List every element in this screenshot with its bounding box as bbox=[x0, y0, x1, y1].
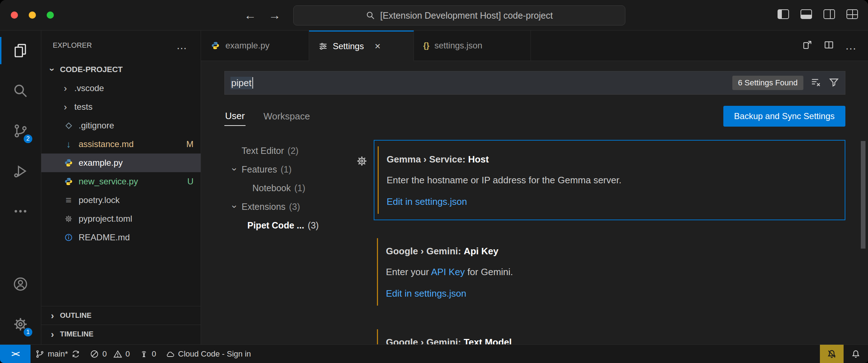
tab-settings-json[interactable]: {} settings.json bbox=[414, 30, 531, 61]
setting-name: Text Model bbox=[464, 337, 512, 344]
api-key-link[interactable]: API Key bbox=[431, 267, 465, 277]
timeline-label: TIMELINE bbox=[60, 330, 93, 338]
minimize-window-button[interactable] bbox=[29, 11, 36, 19]
editor-more-actions-icon[interactable]: … bbox=[845, 39, 857, 52]
toggle-secondary-sidebar-icon[interactable] bbox=[823, 9, 835, 19]
tab-label: Settings bbox=[333, 41, 364, 51]
tab-label: settings.json bbox=[434, 41, 482, 51]
python-file-icon bbox=[64, 177, 74, 186]
explorer-more-actions-icon[interactable]: … bbox=[176, 39, 188, 52]
split-editor-icon[interactable] bbox=[823, 39, 834, 52]
toc-item-text-editor[interactable]: Text Editor (2) bbox=[224, 141, 354, 160]
file-label: tests bbox=[74, 102, 93, 112]
explorer-icon[interactable] bbox=[0, 30, 41, 71]
status-bar: >< main* 0 0 0 Cloud Code - Sign in bbox=[0, 344, 868, 363]
tree-item-pyproject-toml[interactable]: pyproject.toml bbox=[41, 209, 201, 228]
cloud-code-item[interactable]: Cloud Code - Sign in bbox=[161, 345, 256, 363]
scm-badge: 2 bbox=[23, 134, 33, 144]
more-views-icon[interactable] bbox=[0, 191, 41, 231]
scope-tab-user[interactable]: User bbox=[224, 107, 246, 126]
activity-bar: 2 1 bbox=[0, 30, 41, 344]
timeline-section-header[interactable]: › TIMELINE bbox=[41, 325, 201, 343]
results-count-badge: 6 Settings Found bbox=[732, 76, 803, 90]
problems-item[interactable]: 0 0 bbox=[85, 345, 135, 363]
open-changes-icon[interactable] bbox=[802, 39, 813, 52]
zoom-window-button[interactable] bbox=[47, 11, 54, 19]
setting-gemma-service-host[interactable]: Gemma › Service: Host Enter the hostname… bbox=[374, 140, 845, 220]
markdown-file-icon: ↓ bbox=[64, 139, 74, 150]
search-icon bbox=[366, 11, 375, 20]
toc-item-extensions[interactable]: › Extensions (3) bbox=[224, 197, 354, 216]
tab-label: example.py bbox=[225, 41, 270, 51]
run-debug-icon[interactable] bbox=[0, 151, 41, 191]
remote-indicator[interactable]: >< bbox=[0, 345, 31, 363]
toggle-sidebar-icon[interactable] bbox=[778, 9, 789, 19]
edit-in-settings-json-link[interactable]: Edit in settings.json bbox=[386, 288, 466, 299]
setting-gear-icon[interactable] bbox=[356, 155, 368, 169]
window-title: [Extension Development Host] code-projec… bbox=[380, 10, 553, 21]
edit-in-settings-json-link[interactable]: Edit in settings.json bbox=[387, 196, 467, 207]
settings-list: Gemma › Service: Host Enter the hostname… bbox=[374, 140, 845, 344]
toc-item-features[interactable]: › Features (1) bbox=[224, 160, 354, 179]
tab-settings[interactable]: Settings × bbox=[309, 30, 414, 61]
toc-label: Pipet Code ... bbox=[247, 220, 304, 231]
tree-item-example-py[interactable]: example.py bbox=[41, 154, 201, 172]
tree-item-new-service-py[interactable]: new_service.py U bbox=[41, 172, 201, 191]
titlebar: ← → [Extension Development Host] code-pr… bbox=[0, 0, 868, 30]
backup-sync-settings-button[interactable]: Backup and Sync Settings bbox=[723, 106, 845, 127]
ports-item[interactable]: 0 bbox=[135, 345, 161, 363]
tree-item-gitignore[interactable]: .gitignore bbox=[41, 116, 201, 135]
file-label: new_service.py bbox=[79, 176, 138, 187]
setting-title: Gemma › Service: Host bbox=[387, 153, 834, 166]
close-tab-icon[interactable]: × bbox=[375, 41, 381, 52]
tree-item-poetry-lock[interactable]: ≡ poetry.lock bbox=[41, 191, 201, 209]
settings-search-input[interactable]: pipet 6 Settings Found bbox=[224, 71, 845, 95]
tree-item-tests[interactable]: › tests bbox=[41, 98, 201, 116]
toc-item-notebook[interactable]: Notebook (1) bbox=[224, 179, 354, 197]
outline-section-header[interactable]: › OUTLINE bbox=[41, 306, 201, 325]
setting-google-gemini-api-key[interactable]: Google › Gemini: Api Key Enter your API … bbox=[374, 232, 845, 311]
clear-search-icon[interactable] bbox=[811, 77, 821, 89]
tab-example-py[interactable]: example.py bbox=[201, 30, 309, 61]
notifications-item[interactable] bbox=[844, 345, 868, 363]
toggle-panel-icon[interactable] bbox=[801, 9, 812, 19]
forward-icon[interactable]: → bbox=[269, 8, 281, 22]
search-sidebar-icon[interactable] bbox=[0, 71, 41, 111]
explorer-sidebar: EXPLORER … › CODE-PROJECT › .vscode › te… bbox=[41, 30, 201, 344]
file-label: example.py bbox=[79, 158, 123, 168]
warnings-count: 0 bbox=[126, 349, 130, 359]
lock-file-icon: ≡ bbox=[64, 194, 74, 206]
filter-icon[interactable] bbox=[829, 77, 839, 89]
chevron-right-icon: › bbox=[48, 330, 56, 339]
tab-bar: example.py Settings × {} settings.json bbox=[201, 30, 868, 61]
vscode-window: ← → [Extension Development Host] code-pr… bbox=[0, 0, 868, 363]
chevron-down-icon: › bbox=[48, 66, 57, 74]
setting-description: Enter the hostname or IP address for the… bbox=[387, 174, 834, 187]
source-control-icon[interactable]: 2 bbox=[0, 111, 41, 151]
scrollbar-thumb[interactable] bbox=[861, 141, 865, 249]
tree-item-readme-md[interactable]: README.md bbox=[41, 228, 201, 247]
command-center[interactable]: [Extension Development Host] code-projec… bbox=[293, 5, 625, 25]
bell-slash-item[interactable] bbox=[820, 345, 844, 363]
toml-file-icon bbox=[64, 214, 74, 223]
chevron-down-icon: › bbox=[230, 203, 239, 211]
json-file-icon: {} bbox=[423, 41, 429, 50]
accounts-icon[interactable] bbox=[0, 264, 41, 304]
settings-gear-icon[interactable]: 1 bbox=[0, 304, 41, 344]
description-text: for Gemini. bbox=[465, 267, 513, 277]
file-label: .vscode bbox=[74, 83, 104, 93]
toc-label: Notebook bbox=[252, 183, 291, 193]
close-window-button[interactable] bbox=[11, 11, 18, 19]
tree-root-code-project[interactable]: › CODE-PROJECT bbox=[41, 60, 201, 79]
back-icon[interactable]: ← bbox=[244, 8, 256, 22]
tree-item-assistance-md[interactable]: ↓ assistance.md M bbox=[41, 135, 201, 154]
errors-icon bbox=[90, 349, 99, 359]
git-branch-item[interactable]: main* bbox=[31, 345, 85, 363]
customize-layout-icon[interactable] bbox=[846, 9, 858, 19]
tree-item-vscode[interactable]: › .vscode bbox=[41, 79, 201, 98]
setting-google-gemini-text-model[interactable]: Google › Gemini: Text Model bbox=[374, 324, 845, 344]
branch-label: main* bbox=[48, 349, 68, 359]
scope-tab-workspace[interactable]: Workspace bbox=[263, 107, 311, 126]
info-file-icon bbox=[64, 233, 74, 242]
toc-item-pipet-code[interactable]: Pipet Code ... (3) bbox=[224, 216, 354, 235]
